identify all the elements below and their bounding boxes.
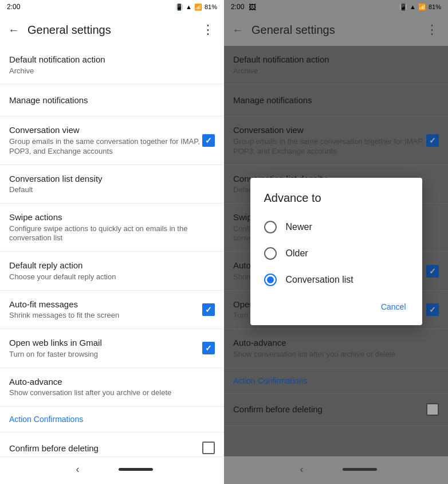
header-right: ← General settings ⋮ (224, 14, 448, 46)
checkbox-confirm-delete[interactable] (202, 442, 215, 454)
setting-conversation-view[interactable]: Conversation view Group emails in the sa… (0, 116, 224, 165)
setting-title-manage-notifications: Manage notifications (9, 95, 215, 106)
left-panel: 2:00 📳 ▲ 📶 81% ← General settings ⋮ Defa… (0, 0, 224, 484)
home-indicator-right[interactable] (343, 468, 377, 471)
setting-subtitle-swipe-actions: Configure swipe actions to quickly act o… (9, 224, 215, 244)
setting-title-conversation-view: Conversation view (9, 124, 202, 136)
setting-title-swipe-actions: Swipe actions (9, 212, 215, 223)
setting-auto-advance[interactable]: Auto-advance Show conversation list afte… (0, 368, 224, 407)
vibrate-icon: 📳 (175, 3, 183, 11)
setting-subtitle-conversation-view: Group emails in the same conversation to… (9, 137, 202, 157)
vibrate-icon-right: 📳 (399, 3, 407, 11)
page-title-right: General settings (251, 24, 421, 37)
settings-list-left: Default notification action Archive Mana… (0, 46, 224, 456)
time-right: 2:00 (231, 3, 244, 11)
setting-open-web-links[interactable]: Open web links in Gmail Turn on for fast… (0, 329, 224, 368)
setting-default-reply[interactable]: Default reply action Choose your default… (0, 252, 224, 290)
back-nav-left[interactable]: ‹ (72, 459, 84, 480)
modal-overlay: Advance to Newer Older Conversation list (224, 46, 448, 456)
wifi-icon-right: ▲ (410, 3, 416, 10)
radio-conversation-list[interactable] (264, 274, 277, 286)
battery-left: 81% (205, 3, 217, 10)
bottom-nav-right: ‹ (224, 456, 448, 484)
more-button-left[interactable]: ⋮ (197, 18, 219, 41)
setting-subtitle-auto-fit: Shrink messages to fit the screen (9, 311, 202, 321)
settings-list-right: Default notification action Archive Mana… (224, 46, 448, 456)
setting-subtitle-default-notification: Archive (9, 67, 215, 76)
modal-option-newer[interactable]: Newer (250, 214, 422, 240)
modal-option-label-conversation-list: Conversation list (286, 275, 353, 285)
setting-confirm-delete[interactable]: Confirm before deleting (0, 432, 224, 456)
time-left: 2:00 (7, 3, 20, 11)
modal-option-label-newer: Newer (286, 222, 312, 232)
signal-icon-right: 📶 (418, 3, 426, 11)
radio-inner-conversation-list (267, 276, 274, 283)
status-icons-left: 📳 ▲ 📶 81% (175, 3, 217, 11)
right-panel: 2:00 🖼 📳 ▲ 📶 81% ← General settings ⋮ De… (224, 0, 448, 484)
back-button-left[interactable]: ← (2, 18, 25, 41)
photo-icon: 🖼 (249, 3, 256, 11)
modal-option-older[interactable]: Older (250, 240, 422, 267)
modal-option-conversation-list[interactable]: Conversation list (250, 267, 422, 293)
signal-icon: 📶 (194, 3, 202, 11)
setting-subtitle-auto-advance: Show conversation list after you archive… (9, 388, 215, 398)
checkbox-auto-fit[interactable] (202, 303, 215, 316)
modal-cancel-button[interactable]: Cancel (374, 298, 413, 316)
setting-swipe-actions[interactable]: Swipe actions Configure swipe actions to… (0, 204, 224, 252)
more-button-right[interactable]: ⋮ (421, 18, 443, 41)
status-bar-right: 2:00 🖼 📳 ▲ 📶 81% (224, 0, 448, 14)
checkbox-open-web-links[interactable] (202, 342, 215, 354)
back-nav-right[interactable]: ‹ (296, 459, 308, 480)
action-confirmations-label: Action Confirmations (0, 407, 224, 432)
page-title-left: General settings (27, 24, 197, 37)
setting-title-open-web-links: Open web links in Gmail (9, 337, 202, 349)
setting-subtitle-open-web-links: Turn on for faster browsing (9, 350, 202, 360)
modal-title: Advance to (250, 192, 422, 214)
setting-title-default-reply: Default reply action (9, 260, 215, 271)
setting-title-auto-advance: Auto-advance (9, 376, 215, 388)
bottom-nav-left: ‹ (0, 456, 224, 484)
setting-subtitle-default-reply: Choose your default reply action (9, 272, 215, 282)
status-icons-right: 📳 ▲ 📶 81% (399, 3, 441, 11)
wifi-icon: ▲ (186, 3, 192, 10)
setting-conversation-list-density[interactable]: Conversation list density Default (0, 165, 224, 204)
radio-newer[interactable] (264, 221, 277, 233)
setting-title-confirm-delete: Confirm before deleting (9, 443, 202, 454)
setting-subtitle-conversation-list-density: Default (9, 185, 215, 195)
header-left: ← General settings ⋮ (0, 14, 224, 46)
setting-title-default-notification: Default notification action (9, 54, 215, 65)
radio-older[interactable] (264, 247, 277, 260)
checkbox-conversation-view[interactable] (202, 134, 215, 147)
advance-to-modal: Advance to Newer Older Conversation list (250, 178, 422, 325)
setting-title-conversation-list-density: Conversation list density (9, 173, 215, 185)
setting-title-auto-fit: Auto-fit messages (9, 299, 202, 310)
setting-default-notification[interactable]: Default notification action Archive (0, 46, 224, 84)
back-button-right[interactable]: ← (226, 18, 249, 41)
modal-option-label-older: Older (286, 248, 308, 259)
battery-right: 81% (429, 3, 441, 10)
modal-actions: Cancel (250, 293, 422, 321)
setting-manage-notifications[interactable]: Manage notifications (0, 84, 224, 116)
setting-auto-fit[interactable]: Auto-fit messages Shrink messages to fit… (0, 291, 224, 329)
home-indicator-left[interactable] (119, 468, 153, 471)
status-bar-left: 2:00 📳 ▲ 📶 81% (0, 0, 224, 14)
